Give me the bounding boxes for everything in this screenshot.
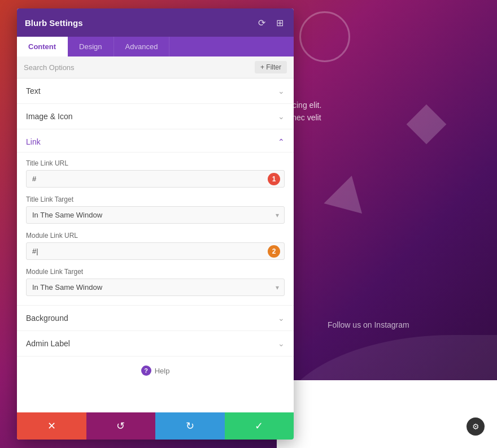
save-icon: ✓: [255, 420, 263, 432]
section-text-label: Text: [26, 86, 41, 95]
module-link-url-field: Module Link URL 2: [26, 232, 285, 260]
bg-instagram-text: Follow us on Instagram: [328, 320, 409, 329]
redo-button[interactable]: ↻: [155, 412, 225, 440]
section-image-icon-label: Image & Icon: [26, 112, 73, 121]
filter-button[interactable]: + Filter: [255, 61, 287, 73]
blurb-settings-panel: Blurb Settings ⟳ ⊞ Content Design Advanc…: [17, 8, 294, 440]
help-icon: ?: [141, 366, 151, 376]
chevron-down-icon: ⌄: [278, 112, 285, 121]
tab-content[interactable]: Content: [17, 37, 68, 56]
undo-button[interactable]: ↺: [86, 412, 156, 440]
module-link-target-select[interactable]: In The Same Window In A New Tab: [26, 279, 285, 296]
title-link-target-select[interactable]: In The Same Window In A New Tab: [26, 206, 285, 224]
cancel-button[interactable]: ✕: [17, 412, 86, 440]
tab-advanced[interactable]: Advanced: [114, 37, 170, 56]
chevron-down-icon: ⌄: [278, 339, 285, 348]
section-link-header[interactable]: Link ⌃: [17, 129, 294, 153]
panel-footer: ✕ ↺ ↻ ✓: [17, 412, 294, 440]
title-link-badge: 1: [268, 173, 280, 185]
tab-design[interactable]: Design: [68, 37, 114, 56]
title-link-url-field: Title Link URL 1: [26, 159, 285, 188]
module-link-url-input[interactable]: [26, 242, 285, 260]
chevron-down-icon: ⌄: [278, 314, 285, 323]
bg-triangle-shape: [324, 171, 370, 214]
save-button[interactable]: ✓: [225, 412, 294, 440]
cancel-icon: ✕: [47, 420, 56, 432]
undo-icon: ↺: [116, 420, 125, 432]
search-bar: Search Options + Filter: [17, 56, 294, 79]
corner-settings-icon[interactable]: ⚙: [467, 417, 485, 436]
section-background-label: Background: [26, 314, 68, 323]
search-placeholder: Search Options: [24, 63, 75, 72]
section-admin-label[interactable]: Admin Label ⌄: [17, 331, 294, 356]
bg-white-area: [277, 380, 497, 448]
panel-title: Blurb Settings: [25, 18, 83, 28]
title-link-target-field: Title Link Target In The Same Window In …: [26, 195, 285, 224]
title-link-url-input[interactable]: [26, 170, 285, 188]
module-link-target-field: Module Link Target In The Same Window In…: [26, 268, 285, 296]
section-link-label: Link: [26, 137, 41, 146]
section-background[interactable]: Background ⌄: [17, 306, 294, 331]
bg-circle-shape: [299, 11, 350, 62]
section-image-icon[interactable]: Image & Icon ⌄: [17, 104, 294, 129]
link-section-content: Title Link URL 1 Title Link Target In Th…: [17, 153, 294, 306]
help-row[interactable]: ? Help: [17, 356, 294, 385]
tab-bar: Content Design Advanced: [17, 37, 294, 56]
module-link-target-label: Module Link Target: [26, 268, 285, 276]
help-label: Help: [155, 367, 170, 375]
title-link-url-label: Title Link URL: [26, 159, 285, 167]
panel-content: Text ⌄ Image & Icon ⌄ Link ⌃ Title Link …: [17, 79, 294, 412]
section-text[interactable]: Text ⌄: [17, 79, 294, 104]
section-admin-label-text: Admin Label: [26, 339, 70, 348]
module-link-url-label: Module Link URL: [26, 232, 285, 240]
redo-icon: ↻: [186, 420, 194, 432]
bg-diamond-shape: [407, 105, 447, 145]
title-link-target-label: Title Link Target: [26, 195, 285, 203]
expand-icon[interactable]: ⊞: [273, 16, 286, 29]
sync-icon[interactable]: ⟳: [255, 16, 268, 29]
settings-icon: ⚙: [472, 422, 479, 431]
panel-header: Blurb Settings ⟳ ⊞: [17, 8, 294, 37]
module-link-badge: 2: [268, 245, 280, 258]
chevron-up-icon: ⌃: [278, 137, 285, 146]
panel-header-icons: ⟳ ⊞: [255, 16, 286, 29]
chevron-down-icon: ⌄: [278, 86, 285, 95]
